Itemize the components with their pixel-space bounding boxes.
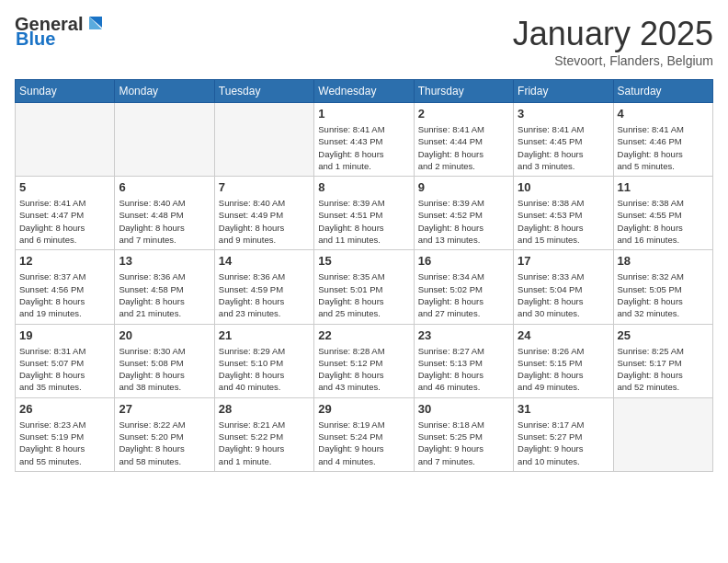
day-number: 4 <box>618 107 709 121</box>
day-info: Sunrise: 8:35 AMSunset: 5:01 PMDaylight:… <box>318 270 409 319</box>
day-number: 25 <box>618 328 709 342</box>
day-number: 30 <box>418 402 509 416</box>
calendar-header-wednesday: Wednesday <box>314 80 414 103</box>
day-info: Sunrise: 8:41 AMSunset: 4:45 PMDaylight:… <box>518 123 609 172</box>
calendar-cell: 13Sunrise: 8:36 AMSunset: 4:58 PMDayligh… <box>115 250 214 324</box>
day-number: 12 <box>19 254 110 268</box>
day-number: 26 <box>19 402 110 416</box>
calendar-cell: 28Sunrise: 8:21 AMSunset: 5:22 PMDayligh… <box>214 397 313 471</box>
calendar-cell: 12Sunrise: 8:37 AMSunset: 4:56 PMDayligh… <box>16 250 115 324</box>
calendar-cell: 31Sunrise: 8:17 AMSunset: 5:27 PMDayligh… <box>514 397 613 471</box>
calendar-cell <box>115 103 214 177</box>
calendar-cell <box>214 103 313 177</box>
calendar-cell: 22Sunrise: 8:28 AMSunset: 5:12 PMDayligh… <box>314 324 414 397</box>
day-info: Sunrise: 8:32 AMSunset: 5:05 PMDaylight:… <box>618 270 709 319</box>
day-number: 6 <box>119 180 210 194</box>
day-info: Sunrise: 8:38 AMSunset: 4:53 PMDaylight:… <box>518 197 609 246</box>
day-number: 24 <box>518 328 609 342</box>
day-number: 2 <box>418 107 509 121</box>
day-number: 23 <box>418 328 509 342</box>
day-number: 28 <box>219 402 310 416</box>
calendar-cell: 15Sunrise: 8:35 AMSunset: 5:01 PMDayligh… <box>314 250 414 324</box>
day-info: Sunrise: 8:41 AMSunset: 4:43 PMDaylight:… <box>318 123 409 172</box>
day-info: Sunrise: 8:28 AMSunset: 5:12 PMDaylight:… <box>318 345 409 394</box>
day-info: Sunrise: 8:22 AMSunset: 5:20 PMDaylight:… <box>119 419 210 467</box>
day-number: 10 <box>518 180 609 194</box>
day-info: Sunrise: 8:33 AMSunset: 5:04 PMDaylight:… <box>518 270 609 319</box>
day-info: Sunrise: 8:26 AMSunset: 5:15 PMDaylight:… <box>518 345 609 394</box>
calendar-cell: 11Sunrise: 8:38 AMSunset: 4:55 PMDayligh… <box>613 177 712 250</box>
calendar-cell: 23Sunrise: 8:27 AMSunset: 5:13 PMDayligh… <box>414 324 513 397</box>
day-number: 7 <box>219 180 310 194</box>
logo-blue: Blue <box>15 29 104 48</box>
day-info: Sunrise: 8:17 AMSunset: 5:27 PMDaylight:… <box>518 419 609 467</box>
day-number: 18 <box>618 254 709 268</box>
day-number: 22 <box>318 328 409 342</box>
calendar-header-thursday: Thursday <box>414 80 513 103</box>
day-info: Sunrise: 8:30 AMSunset: 5:08 PMDaylight:… <box>119 345 210 394</box>
calendar-cell: 1Sunrise: 8:41 AMSunset: 4:43 PMDaylight… <box>314 103 414 177</box>
day-number: 15 <box>318 254 409 268</box>
page-header: General Blue January 2025 Stevoort, Flan… <box>15 15 713 68</box>
day-number: 5 <box>19 180 110 194</box>
day-info: Sunrise: 8:40 AMSunset: 4:49 PMDaylight:… <box>219 197 310 246</box>
calendar-cell: 29Sunrise: 8:19 AMSunset: 5:24 PMDayligh… <box>314 397 414 471</box>
calendar-week-5: 26Sunrise: 8:23 AMSunset: 5:19 PMDayligh… <box>16 397 713 471</box>
day-number: 14 <box>219 254 310 268</box>
day-number: 13 <box>119 254 210 268</box>
day-info: Sunrise: 8:39 AMSunset: 4:52 PMDaylight:… <box>418 197 509 246</box>
calendar-week-4: 19Sunrise: 8:31 AMSunset: 5:07 PMDayligh… <box>16 324 713 397</box>
calendar-cell: 24Sunrise: 8:26 AMSunset: 5:15 PMDayligh… <box>514 324 613 397</box>
day-info: Sunrise: 8:41 AMSunset: 4:46 PMDaylight:… <box>618 123 709 172</box>
calendar-cell: 20Sunrise: 8:30 AMSunset: 5:08 PMDayligh… <box>115 324 214 397</box>
day-number: 21 <box>219 328 310 342</box>
day-number: 16 <box>418 254 509 268</box>
calendar-header-friday: Friday <box>514 80 613 103</box>
calendar-cell: 26Sunrise: 8:23 AMSunset: 5:19 PMDayligh… <box>16 397 115 471</box>
day-info: Sunrise: 8:39 AMSunset: 4:51 PMDaylight:… <box>318 197 409 246</box>
day-number: 8 <box>318 180 409 194</box>
calendar-cell: 17Sunrise: 8:33 AMSunset: 5:04 PMDayligh… <box>514 250 613 324</box>
calendar-cell: 10Sunrise: 8:38 AMSunset: 4:53 PMDayligh… <box>514 177 613 250</box>
calendar-cell <box>16 103 115 177</box>
calendar-cell: 8Sunrise: 8:39 AMSunset: 4:51 PMDaylight… <box>314 177 414 250</box>
calendar-header-sunday: Sunday <box>16 80 115 103</box>
day-info: Sunrise: 8:31 AMSunset: 5:07 PMDaylight:… <box>19 345 110 394</box>
calendar-week-1: 1Sunrise: 8:41 AMSunset: 4:43 PMDaylight… <box>16 103 713 177</box>
day-info: Sunrise: 8:41 AMSunset: 4:47 PMDaylight:… <box>19 197 110 246</box>
day-info: Sunrise: 8:29 AMSunset: 5:10 PMDaylight:… <box>219 345 310 394</box>
calendar-cell: 30Sunrise: 8:18 AMSunset: 5:25 PMDayligh… <box>414 397 513 471</box>
day-number: 1 <box>318 107 409 121</box>
calendar-header-saturday: Saturday <box>613 80 712 103</box>
calendar-week-3: 12Sunrise: 8:37 AMSunset: 4:56 PMDayligh… <box>16 250 713 324</box>
calendar-cell: 14Sunrise: 8:36 AMSunset: 4:59 PMDayligh… <box>214 250 313 324</box>
calendar-cell: 6Sunrise: 8:40 AMSunset: 4:48 PMDaylight… <box>115 177 214 250</box>
day-info: Sunrise: 8:21 AMSunset: 5:22 PMDaylight:… <box>219 419 310 467</box>
day-info: Sunrise: 8:40 AMSunset: 4:48 PMDaylight:… <box>119 197 210 246</box>
calendar-cell: 25Sunrise: 8:25 AMSunset: 5:17 PMDayligh… <box>613 324 712 397</box>
day-info: Sunrise: 8:38 AMSunset: 4:55 PMDaylight:… <box>618 197 709 246</box>
calendar-cell: 9Sunrise: 8:39 AMSunset: 4:52 PMDaylight… <box>414 177 513 250</box>
day-number: 31 <box>518 402 609 416</box>
day-info: Sunrise: 8:23 AMSunset: 5:19 PMDaylight:… <box>19 419 110 467</box>
calendar-cell: 7Sunrise: 8:40 AMSunset: 4:49 PMDaylight… <box>214 177 313 250</box>
day-info: Sunrise: 8:41 AMSunset: 4:44 PMDaylight:… <box>418 123 509 172</box>
day-info: Sunrise: 8:25 AMSunset: 5:17 PMDaylight:… <box>618 345 709 394</box>
day-number: 19 <box>19 328 110 342</box>
day-number: 9 <box>418 180 509 194</box>
calendar-cell <box>613 397 712 471</box>
day-info: Sunrise: 8:18 AMSunset: 5:25 PMDaylight:… <box>418 419 509 467</box>
day-number: 17 <box>518 254 609 268</box>
calendar-header-monday: Monday <box>115 80 214 103</box>
day-number: 29 <box>318 402 409 416</box>
day-number: 20 <box>119 328 210 342</box>
month-title: January 2025 <box>513 15 713 53</box>
calendar-cell: 2Sunrise: 8:41 AMSunset: 4:44 PMDaylight… <box>414 103 513 177</box>
day-info: Sunrise: 8:37 AMSunset: 4:56 PMDaylight:… <box>19 270 110 319</box>
calendar-cell: 3Sunrise: 8:41 AMSunset: 4:45 PMDaylight… <box>514 103 613 177</box>
location: Stevoort, Flanders, Belgium <box>513 53 713 68</box>
calendar-cell: 19Sunrise: 8:31 AMSunset: 5:07 PMDayligh… <box>16 324 115 397</box>
day-number: 27 <box>119 402 210 416</box>
day-info: Sunrise: 8:36 AMSunset: 4:58 PMDaylight:… <box>119 270 210 319</box>
day-number: 11 <box>618 180 709 194</box>
